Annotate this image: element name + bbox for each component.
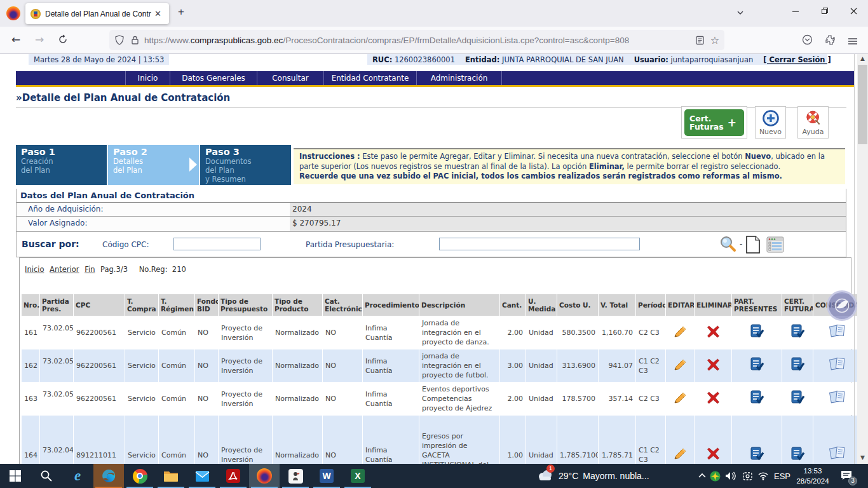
wifi-tray-icon[interactable] bbox=[757, 464, 769, 488]
shield-icon[interactable] bbox=[114, 35, 125, 45]
main-menu: InicioDatos GeneralesConsultarEntidad Co… bbox=[16, 71, 855, 87]
address-bar[interactable]: https://www.compraspublicas.gob.ec/Proce… bbox=[109, 30, 724, 50]
display-cast-tray-icon[interactable] bbox=[742, 464, 753, 488]
edit-pencil-icon[interactable] bbox=[672, 398, 688, 407]
taskbar-file-explorer-icon[interactable] bbox=[156, 464, 186, 488]
partida-presupuestaria-input[interactable] bbox=[439, 238, 640, 250]
antivirus-tray-icon[interactable] bbox=[710, 464, 721, 488]
menu-item-datos-generales[interactable]: Datos Generales bbox=[170, 71, 257, 85]
taskbar-excel-icon[interactable]: X bbox=[342, 464, 373, 488]
taskbar-edge-icon[interactable] bbox=[93, 464, 124, 488]
window-close-button[interactable] bbox=[839, 0, 868, 22]
reader-mode-icon[interactable] bbox=[695, 36, 705, 45]
window-restore-button[interactable] bbox=[810, 0, 839, 22]
weather-widget[interactable]: 1 29°C Mayorm. nubla... bbox=[537, 464, 649, 488]
col-header-14: V. Total bbox=[599, 294, 635, 316]
delete-x-icon[interactable] bbox=[707, 454, 720, 462]
codigo-cpc-input[interactable] bbox=[173, 238, 261, 250]
step-paso3[interactable]: Paso 3Documentos del Plan y Resumen bbox=[200, 145, 291, 185]
pagination-inicio-link[interactable]: Inicio bbox=[25, 265, 44, 274]
pocket-icon[interactable] bbox=[802, 34, 813, 48]
ayuda-button[interactable]: Ayuda bbox=[798, 107, 828, 138]
browser-navbar: ← → https://www.compraspublicas.gob.ec/P… bbox=[0, 27, 868, 54]
logout-link[interactable]: [ Cerrar Sesión ] bbox=[763, 55, 831, 64]
notification-center-icon[interactable]: 3 bbox=[840, 464, 853, 488]
edit-pencil-icon[interactable] bbox=[672, 365, 688, 374]
menu-item-inicio[interactable]: Inicio bbox=[125, 71, 170, 85]
nuevo-button[interactable]: Nuevo bbox=[756, 107, 785, 138]
menu-hamburger-icon[interactable] bbox=[848, 36, 858, 48]
cert-futuras-button[interactable]: Cert. Futuras+ bbox=[684, 109, 744, 136]
consolidar-copy-icon[interactable] bbox=[829, 400, 846, 408]
part-presentes-doc-icon[interactable] bbox=[750, 455, 764, 463]
datetime-bar: Martes 28 de Mayo de 2024 | 13:53 bbox=[29, 54, 169, 65]
cert-futura-doc-icon[interactable] bbox=[790, 332, 805, 341]
bookmark-star-icon[interactable]: ☆ bbox=[710, 34, 719, 46]
cert-futura-doc-icon[interactable] bbox=[790, 365, 805, 374]
extensions-puzzle-icon[interactable] bbox=[825, 34, 836, 48]
edit-pencil-icon[interactable] bbox=[672, 332, 688, 341]
taskbar-mail-icon[interactable] bbox=[187, 464, 217, 488]
help-lifebuoy-icon bbox=[804, 109, 822, 127]
taskbar-firefox-icon[interactable] bbox=[249, 464, 280, 488]
menu-item-administración[interactable]: Administración bbox=[416, 71, 502, 85]
language-indicator[interactable]: ESP bbox=[774, 464, 790, 488]
consolidar-copy-icon[interactable] bbox=[829, 367, 846, 375]
volume-tray-icon[interactable] bbox=[724, 464, 737, 488]
scrollbar-thumb[interactable] bbox=[858, 65, 867, 144]
consolidar-copy-icon[interactable] bbox=[829, 334, 846, 342]
pagination-fin-link[interactable]: Fin bbox=[85, 265, 95, 274]
tab-title: Detalle del Plan Anual de Contr bbox=[45, 10, 152, 18]
back-button[interactable]: ← bbox=[11, 33, 20, 46]
list-tabs-chevron-icon[interactable] bbox=[736, 8, 745, 20]
taskbar-clock[interactable]: 13:53 28/5/2024 bbox=[793, 466, 832, 486]
delete-x-icon[interactable] bbox=[707, 365, 720, 373]
step-paso1[interactable]: Paso 1Creación del Plan bbox=[16, 145, 107, 185]
cell-consolidar bbox=[813, 316, 857, 349]
edit-pencil-icon[interactable] bbox=[672, 454, 688, 463]
taskbar-chrome-icon[interactable] bbox=[125, 464, 155, 488]
tray-chevron-icon[interactable] bbox=[698, 464, 707, 488]
lock-icon[interactable] bbox=[131, 36, 139, 45]
window-scrollbar[interactable]: ▲ ▼ bbox=[857, 54, 868, 464]
taskbar-word-icon[interactable]: W bbox=[311, 464, 342, 488]
cell-tregimen: Común bbox=[159, 316, 194, 349]
cell-partida: 73.02.05 bbox=[40, 316, 73, 349]
step-paso2-active[interactable]: Paso 2Detalles del Plan bbox=[108, 145, 199, 185]
taskbar-search-icon[interactable] bbox=[31, 464, 62, 488]
menu-item-entidad-contratante[interactable]: Entidad Contratante bbox=[323, 71, 416, 85]
col-header-6: Tipo de Presupuesto bbox=[219, 294, 272, 316]
taskbar-internet-explorer-icon[interactable]: e bbox=[62, 464, 93, 488]
cert-futura-doc-icon[interactable] bbox=[790, 398, 805, 407]
forward-button[interactable]: → bbox=[35, 33, 44, 46]
session-bar: RUC: 1260023860001 Entidad: JUNTA PARROQ… bbox=[367, 54, 827, 65]
window-minimize-button[interactable] bbox=[781, 0, 810, 22]
part-presentes-doc-icon[interactable] bbox=[750, 398, 764, 407]
browser-tab[interactable]: Detalle del Plan Anual de Contr ✕ bbox=[25, 3, 169, 24]
pagination-anterior-link[interactable]: Anterior bbox=[50, 265, 79, 274]
search-magnifier-icon[interactable] bbox=[719, 235, 738, 257]
part-presentes-doc-icon[interactable] bbox=[750, 365, 764, 374]
nuevo-box: Nuevo bbox=[755, 106, 786, 139]
taskbar-java-app-icon[interactable] bbox=[280, 464, 311, 488]
document-icon[interactable] bbox=[745, 235, 761, 257]
consolidar-copy-icon[interactable] bbox=[829, 456, 846, 464]
delete-x-icon[interactable] bbox=[707, 398, 720, 406]
tab-close-icon[interactable]: ✕ bbox=[154, 9, 161, 18]
menu-item-consultar[interactable]: Consultar bbox=[257, 71, 323, 85]
cell-desc: Jornada de integración en el proyecto de… bbox=[419, 316, 499, 349]
part-presentes-doc-icon[interactable] bbox=[750, 332, 764, 341]
taskbar-acrobat-icon[interactable] bbox=[218, 464, 248, 488]
floating-assistant-widget[interactable] bbox=[827, 290, 857, 321]
cert-futura-doc-icon[interactable] bbox=[790, 455, 805, 463]
list-report-icon[interactable] bbox=[766, 236, 784, 255]
cell-editar bbox=[666, 349, 694, 382]
cell-consolidar bbox=[813, 349, 857, 382]
taskbar-windows-start-icon[interactable] bbox=[0, 464, 31, 488]
delete-x-icon[interactable] bbox=[707, 332, 720, 340]
cell-periodo: C1 C2 C3 bbox=[636, 416, 665, 464]
new-tab-button[interactable]: + bbox=[178, 6, 184, 18]
firefox-logo-icon[interactable] bbox=[6, 6, 20, 20]
cell-cpc: 962200561 bbox=[74, 316, 125, 349]
reload-button[interactable] bbox=[58, 34, 68, 47]
